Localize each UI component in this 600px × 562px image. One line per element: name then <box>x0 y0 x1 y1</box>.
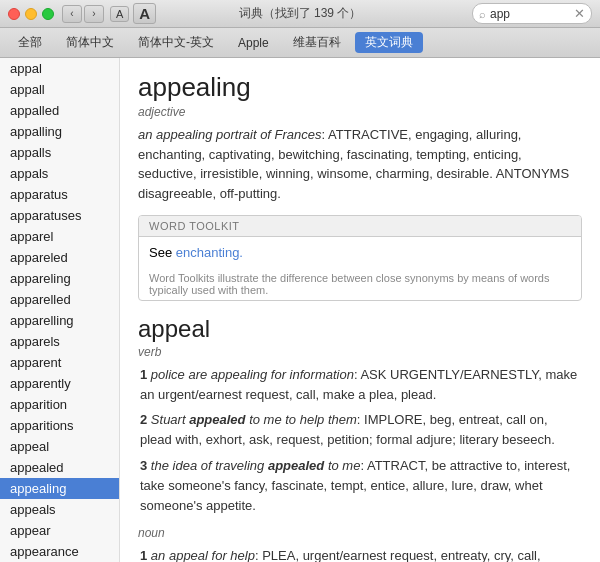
toolkit-header: WORD TOOLKIT <box>139 216 581 237</box>
entry1-definition: an appealing portrait of Frances: ATTRAC… <box>138 125 582 203</box>
sidebar-item-apparels[interactable]: apparels <box>0 331 119 352</box>
sense3-example: the idea of traveling appealed to me <box>151 458 361 473</box>
font-size-controls: A A <box>110 3 156 24</box>
search-box: ⌕ ✕ <box>472 3 592 24</box>
back-button[interactable]: ‹ <box>62 5 82 23</box>
sidebar-item-apparelling[interactable]: apparelling <box>0 310 119 331</box>
entry2-noun-sense-1: 1 an appeal for help: PLEA, urgent/earne… <box>138 546 582 562</box>
entry2-pos: verb <box>138 345 582 359</box>
font-decrease-button[interactable]: A <box>110 6 129 22</box>
toolkit-footer: Word Toolkits illustrate the difference … <box>139 268 581 300</box>
forward-button[interactable]: › <box>84 5 104 23</box>
sidebar-item-appal[interactable]: appal <box>0 58 119 79</box>
sidebar-item-apparatus[interactable]: apparatus <box>0 184 119 205</box>
entry2-verb-sense-3: 3 the idea of traveling appealed to me: … <box>138 456 582 516</box>
sidebar-item-appealed[interactable]: appealed <box>0 457 119 478</box>
sidebar-item-appearance[interactable]: appearance <box>0 541 119 562</box>
sidebar-item-apparitions[interactable]: apparitions <box>0 415 119 436</box>
tab-apple[interactable]: Apple <box>228 34 279 52</box>
minimize-button[interactable] <box>25 8 37 20</box>
sidebar-item-apparelled[interactable]: apparelled <box>0 289 119 310</box>
sense1-example: police are appealing for information <box>151 367 354 382</box>
sidebar-item-appareled[interactable]: appareled <box>0 247 119 268</box>
toolkit-link[interactable]: enchanting. <box>176 245 243 260</box>
sidebar-item-apparition[interactable]: apparition <box>0 394 119 415</box>
clear-icon[interactable]: ✕ <box>574 6 585 21</box>
entry2-title: appeal <box>138 315 582 343</box>
sidebar-item-apparel[interactable]: apparel <box>0 226 119 247</box>
close-button[interactable] <box>8 8 20 20</box>
sidebar-item-appalls[interactable]: appalls <box>0 142 119 163</box>
sidebar-item-apparently[interactable]: apparently <box>0 373 119 394</box>
tab-simplified-en[interactable]: 简体中文-英文 <box>128 32 224 53</box>
sidebar-item-apparent[interactable]: apparent <box>0 352 119 373</box>
sense2-example: Stuart appealed to me to help them <box>151 412 357 427</box>
sidebar-item-appalling[interactable]: appalling <box>0 121 119 142</box>
content-area: appealing adjective an appealing portrai… <box>120 58 600 562</box>
sidebar-item-appareling[interactable]: appareling <box>0 268 119 289</box>
entry1-pos: adjective <box>138 105 582 119</box>
sidebar: appal appall appalled appalling appalls … <box>0 58 120 562</box>
tab-simplified[interactable]: 简体中文 <box>56 32 124 53</box>
entry2-noun-pos: noun <box>138 526 582 540</box>
word-toolkit-box: WORD TOOLKIT See enchanting. Word Toolki… <box>138 215 582 301</box>
search-input[interactable] <box>490 7 570 21</box>
sidebar-item-appealing[interactable]: appealing <box>0 478 119 499</box>
sense1-num: 1 <box>140 367 147 382</box>
sense2-num: 2 <box>140 412 147 427</box>
traffic-lights <box>8 8 54 20</box>
sidebar-item-appall[interactable]: appall <box>0 79 119 100</box>
tab-wiki[interactable]: 维基百科 <box>283 32 351 53</box>
sidebar-item-appeal[interactable]: appeal <box>0 436 119 457</box>
noun-sense1-num: 1 <box>140 548 147 562</box>
search-icon: ⌕ <box>479 8 486 20</box>
entry1-title: appealing <box>138 72 582 103</box>
sidebar-item-apparatuses[interactable]: apparatuses <box>0 205 119 226</box>
window-title: 词典（找到了 139 个） <box>239 5 362 22</box>
tabbar: 全部 简体中文 简体中文-英文 Apple 维基百科 英文词典 <box>0 28 600 58</box>
tab-english[interactable]: 英文词典 <box>355 32 423 53</box>
entry1-example: an appealing portrait of Frances <box>138 127 322 142</box>
tab-all[interactable]: 全部 <box>8 32 52 53</box>
sidebar-item-appals[interactable]: appals <box>0 163 119 184</box>
maximize-button[interactable] <box>42 8 54 20</box>
entry2-noun-section: noun 1 an appeal for help: PLEA, urgent/… <box>138 526 582 562</box>
sidebar-item-appear[interactable]: appear <box>0 520 119 541</box>
toolkit-content: See enchanting. <box>139 237 581 268</box>
sidebar-item-appalled[interactable]: appalled <box>0 100 119 121</box>
noun-sense1-example: an appeal for help <box>151 548 255 562</box>
nav-buttons: ‹ › <box>62 5 104 23</box>
titlebar: ‹ › A A 词典（找到了 139 个） ⌕ ✕ <box>0 0 600 28</box>
sidebar-item-appeals[interactable]: appeals <box>0 499 119 520</box>
font-increase-button[interactable]: A <box>133 3 156 24</box>
entry2-verb-sense-2: 2 Stuart appealed to me to help them: IM… <box>138 410 582 450</box>
sense3-num: 3 <box>140 458 147 473</box>
main-area: appal appall appalled appalling appalls … <box>0 58 600 562</box>
entry2-verb-sense-1: 1 police are appealing for information: … <box>138 365 582 405</box>
